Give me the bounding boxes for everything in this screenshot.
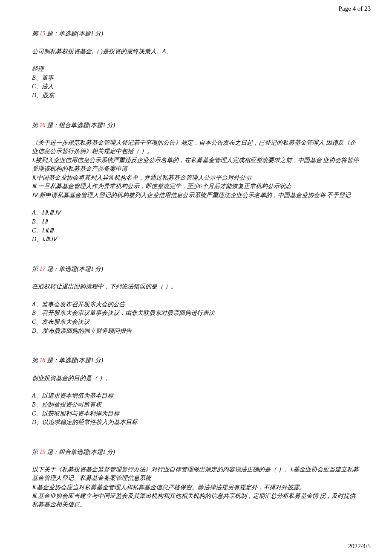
question-statements: Ⅱ.基金业协会应当对私募基金管理人和私募基金信息严格保密。除法律法规另有规定外，… bbox=[32, 483, 360, 509]
option-a: A、以追求资本增值为基本目标 bbox=[32, 392, 360, 400]
question-stem: 以下关于《私募投资基金监督管理暂行办法》对行业自律管理做出规定的内容说法正确的是… bbox=[32, 465, 360, 482]
page-content: 第 15 题：单选题(本题1 分) 公司制私募权投资基金,（ )是投资的最终决策… bbox=[0, 12, 392, 509]
option-d: D、股东 bbox=[32, 91, 360, 100]
option-c: C、以获取股利与资本利得为目标 bbox=[32, 410, 360, 418]
option-pre: 经理 bbox=[32, 65, 360, 73]
option-c: C、法人 bbox=[32, 82, 360, 91]
question-stem: 在股权转让退出回购流程中，下列说法错误的是（ ）。 bbox=[32, 282, 360, 291]
question-heading: 第 18 题：单选题(本题1 分) bbox=[32, 356, 360, 365]
heading-suffix: 题：单选题(本题1 分) bbox=[46, 30, 103, 37]
question-19: 第 19 题：组合单选题(本题1 分) 以下关于《私募投资基金监督管理暂行办法》… bbox=[32, 448, 360, 509]
heading-suffix: 题：单选题(本题1 分) bbox=[46, 266, 103, 272]
option-b: B、控制被投资公司所有权 bbox=[32, 401, 360, 409]
question-heading: 第 19 题：组合单选题(本题1 分) bbox=[32, 448, 360, 456]
page-footer: 2022/4/5 bbox=[0, 530, 392, 555]
question-number: 18 bbox=[40, 357, 46, 363]
option-b: B、召开股东大会审议董事会决议，由非关联股东对股票回购进行表决 bbox=[32, 309, 360, 317]
question-options: 经理 B、董事 C、法人 D、股东 bbox=[32, 65, 360, 99]
page-number: Page 4 of 23 bbox=[339, 5, 371, 12]
option-d: D、以追求稳定的经常性收入为基本目标 bbox=[32, 418, 360, 427]
question-statements: Ⅰ.被列入企业信用信息公示系统严重违反企业公示名单的，在私募基金管理人完成相应整… bbox=[32, 156, 360, 199]
statement-1: Ⅰ.被列入企业信用信息公示系统严重违反企业公示名单的，在私募基金管理人完成相应整… bbox=[32, 156, 360, 173]
heading-suffix: 题：组合单选题(本题1 分) bbox=[46, 449, 115, 455]
option-a: A、监事会发布召开股东大会的公告 bbox=[32, 300, 360, 309]
question-number: 16 bbox=[40, 122, 46, 128]
question-options: A、以追求资本增值为基本目标 B、控制被投资公司所有权 C、以获取股利与资本利得… bbox=[32, 392, 360, 426]
question-stem: 《关于进一步规范私募基金管理人登记若干事项的公告》规定，自本公告发布之日起，已登… bbox=[32, 139, 360, 155]
option-a: A、Ⅰ.Ⅱ.Ⅲ.Ⅳ bbox=[32, 209, 360, 217]
statement-3: Ⅲ.基金业协会应当建立与中国证监会及其派出机构和其他相关机构的信息共享机制，定期… bbox=[32, 492, 360, 509]
heading-suffix: 题：组合单选题(本题1 分) bbox=[46, 122, 115, 128]
heading-suffix: 题：单选题(本题1 分) bbox=[46, 357, 103, 363]
option-b: B、董事 bbox=[32, 74, 360, 82]
question-heading: 第 17 题：单选题(本题1 分) bbox=[32, 265, 360, 273]
statement-2: Ⅱ.中国基金业协会将其列入异常机构名单，并通过私募基金管理人公示平台对外公示 bbox=[32, 174, 360, 182]
footer-date: 2022/4/5 bbox=[348, 543, 371, 549]
question-16: 第 16 题：组合单选题(本题1 分) 《关于进一步规范私募基金管理人登记若干事… bbox=[32, 121, 360, 244]
option-d: D、Ⅰ.Ⅲ.Ⅳ bbox=[32, 235, 360, 244]
page-header: Page 4 of 23 bbox=[0, 0, 392, 12]
option-c: C、发布股东大会决议 bbox=[32, 318, 360, 326]
heading-prefix: 第 bbox=[32, 30, 40, 37]
question-heading: 第 16 题：组合单选题(本题1 分) bbox=[32, 121, 360, 130]
heading-prefix: 第 bbox=[32, 122, 40, 128]
option-b: B、Ⅰ.Ⅱ bbox=[32, 218, 360, 226]
heading-prefix: 第 bbox=[32, 357, 40, 363]
question-options: A、监事会发布召开股东大会的公告 B、召开股东大会审议董事会决议，由非关联股东对… bbox=[32, 300, 360, 335]
question-stem: 公司制私募权投资基金,（ )是投资的最终决策人。A、 bbox=[32, 47, 360, 56]
question-15: 第 15 题：单选题(本题1 分) 公司制私募权投资基金,（ )是投资的最终决策… bbox=[32, 29, 360, 100]
question-number: 19 bbox=[40, 449, 46, 455]
question-heading: 第 15 题：单选题(本题1 分) bbox=[32, 29, 360, 38]
question-number: 17 bbox=[40, 266, 46, 272]
question-number: 15 bbox=[40, 30, 46, 37]
statement-4: Ⅳ.新申请私募基金管理人登记的机构被列入企业信用信息公示系统严重违法企业公示名单… bbox=[32, 191, 360, 200]
option-d: D、发布股票回购的独立财务顾问报告 bbox=[32, 327, 360, 335]
question-stem: 创业投资基金的目的是（ ）。 bbox=[32, 374, 360, 383]
question-17: 第 17 题：单选题(本题1 分) 在股权转让退出回购流程中，下列说法错误的是（… bbox=[32, 265, 360, 335]
question-18: 第 18 题：单选题(本题1 分) 创业投资基金的目的是（ ）。 A、以追求资本… bbox=[32, 356, 360, 427]
heading-prefix: 第 bbox=[32, 449, 40, 455]
statement-3: Ⅲ.一旦私募基金管理人作为异常机构公示，即使整改完毕，至少6个月后才能恢复正常机… bbox=[32, 182, 360, 191]
heading-prefix: 第 bbox=[32, 266, 40, 272]
question-options: A、Ⅰ.Ⅱ.Ⅲ.Ⅳ B、Ⅰ.Ⅱ C、Ⅰ.Ⅱ.Ⅲ D、Ⅰ.Ⅲ.Ⅳ bbox=[32, 209, 360, 243]
option-c: C、Ⅰ.Ⅱ.Ⅲ bbox=[32, 227, 360, 235]
statement-2: Ⅱ.基金业协会应当对私募基金管理人和私募基金信息严格保密。除法律法规另有规定外，… bbox=[32, 483, 360, 492]
